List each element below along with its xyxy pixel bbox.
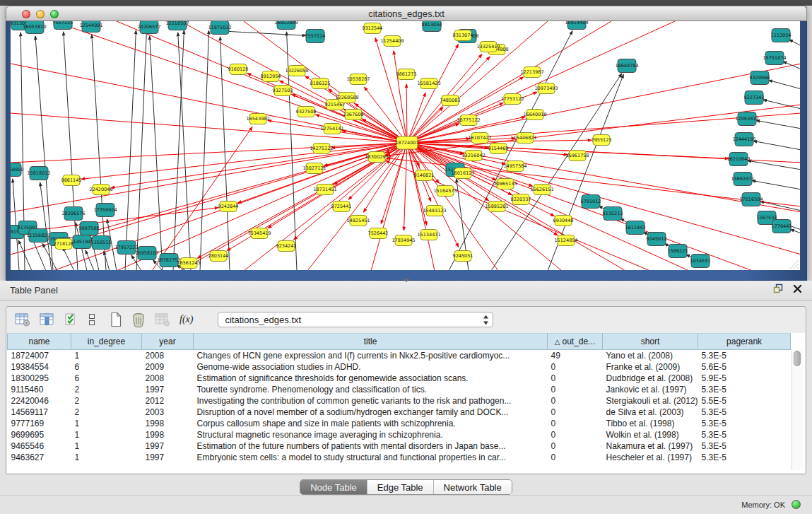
network-canvas[interactable]: 9313054160538107557225125440912020657715… <box>11 21 800 270</box>
table-cell[interactable]: Structural magnetic resonance image aver… <box>194 429 548 440</box>
red-edge[interactable] <box>407 64 800 143</box>
red-edge[interactable] <box>307 143 407 270</box>
table-cell[interactable]: 0 <box>548 440 603 452</box>
red-edge[interactable] <box>394 51 407 143</box>
black-edge[interactable] <box>783 62 800 69</box>
table-cell[interactable]: 14569117 <box>8 407 71 418</box>
table-cell[interactable]: Hescheler et al. (1997) <box>603 452 698 463</box>
table-cell[interactable]: 0 <box>548 361 603 373</box>
table-cell[interactable]: 9115460 <box>8 384 71 395</box>
black-edge[interactable] <box>173 30 184 270</box>
table-cell[interactable]: 1997 <box>142 452 194 463</box>
row-height-button[interactable] <box>88 313 96 327</box>
table-cell[interactable]: 0 <box>548 429 603 440</box>
table-cell[interactable]: 5.6E-5 <box>698 361 791 373</box>
table-cell[interactable]: 2012 <box>142 395 194 407</box>
column-header-name[interactable]: name <box>8 334 71 350</box>
table-cell[interactable]: 5.5E-5 <box>698 395 791 407</box>
delete-button[interactable] <box>131 312 146 327</box>
table-cell[interactable]: Disruption of a novel member of a sodium… <box>194 407 548 418</box>
table-cell[interactable]: 5.3E-5 <box>698 429 791 440</box>
column-header-title[interactable]: title <box>194 334 548 350</box>
scrollbar-thumb[interactable] <box>794 351 801 366</box>
window-titlebar[interactable]: citations_edges.txt <box>6 6 807 21</box>
black-edge[interactable] <box>125 30 136 270</box>
table-cell[interactable]: Dudbridge et al. (2008) <box>603 373 698 384</box>
table-cell[interactable]: 2 <box>71 395 142 407</box>
table-cell[interactable]: 5.9E-5 <box>698 373 791 384</box>
black-edge[interactable] <box>790 229 800 233</box>
table-cell[interactable]: Genome-wide association studies in ADHD. <box>194 361 548 373</box>
column-header-out_de[interactable]: △out_de... <box>548 334 603 350</box>
select-rows-button[interactable] <box>64 313 78 327</box>
table-cell[interactable]: 9699695 <box>8 429 71 440</box>
red-edge[interactable] <box>365 87 407 143</box>
table-cell[interactable]: 0 <box>548 452 603 463</box>
red-edge[interactable] <box>407 143 689 270</box>
table-selector[interactable]: citations_edges.txt <box>218 312 493 327</box>
table-row[interactable]: 977716911998Corpus callosum shape and si… <box>8 418 791 429</box>
table-cell[interactable]: 1 <box>71 418 142 429</box>
table-cell[interactable]: de Silva et al. (2003) <box>603 407 698 418</box>
import-table-button[interactable] <box>155 313 170 327</box>
table-cell[interactable]: 1998 <box>142 429 194 440</box>
table-cell[interactable]: Tourette syndrome. Phenomenology and cla… <box>194 384 548 395</box>
table-cell[interactable]: 2 <box>71 384 142 395</box>
black-edge[interactable] <box>753 141 800 150</box>
tab-network-table[interactable]: Network Table <box>433 480 512 494</box>
table-cell[interactable]: Changes of HCN gene expression and I(f) … <box>194 350 548 362</box>
black-edge[interactable] <box>789 40 800 46</box>
table-cell[interactable]: Investigating the contribution of common… <box>194 395 548 407</box>
table-cell[interactable]: Embryonic stem cells: a model to study s… <box>194 452 548 463</box>
column-visibility-button[interactable] <box>40 313 55 327</box>
table-cell[interactable]: Wolkin et al. (1998) <box>603 429 698 440</box>
column-header-pagerank[interactable]: pagerank <box>698 334 791 350</box>
red-edge[interactable] <box>387 105 800 156</box>
table-cell[interactable]: 2008 <box>142 350 194 362</box>
table-cell[interactable]: 2 <box>71 407 142 418</box>
table-cell[interactable]: 9465546 <box>8 440 71 452</box>
column-header-short[interactable]: short <box>603 334 698 350</box>
table-cell[interactable]: 9463627 <box>8 452 71 463</box>
red-edge[interactable] <box>117 143 407 270</box>
table-cell[interactable]: 1997 <box>142 440 194 452</box>
table-row[interactable]: 2242004622012Investigating the contribut… <box>8 395 791 407</box>
new-file-button[interactable] <box>110 312 122 327</box>
table-settings-button[interactable] <box>15 313 30 327</box>
table-cell[interactable]: 1 <box>71 440 142 452</box>
black-edge[interactable] <box>763 100 800 109</box>
column-header-year[interactable]: year <box>142 334 194 350</box>
table-cell[interactable]: 0 <box>548 407 603 418</box>
table-cell[interactable]: Yano et al. (2008) <box>603 350 698 362</box>
red-edge[interactable] <box>407 21 675 143</box>
table-cell[interactable]: 1 <box>71 429 142 440</box>
table-cell[interactable]: 1998 <box>142 418 194 429</box>
table-cell[interactable]: 18724007 <box>8 350 71 362</box>
table-cell[interactable]: 18300295 <box>8 373 71 384</box>
table-cell[interactable]: 49 <box>548 350 603 362</box>
red-edge[interactable] <box>404 143 407 230</box>
black-edge[interactable] <box>136 30 146 270</box>
table-cell[interactable]: Corpus callosum shape and size in male p… <box>194 418 548 429</box>
table-cell[interactable]: 1997 <box>142 384 194 395</box>
tab-node-table[interactable]: Node Table <box>300 480 367 494</box>
red-edge[interactable] <box>375 37 407 143</box>
table-cell[interactable]: Nakamura et al. (1997) <box>603 440 698 452</box>
table-cell[interactable]: 2008 <box>142 373 194 384</box>
table-cell[interactable]: 0 <box>548 395 603 407</box>
table-row[interactable]: 1830029562008Estimation of significance … <box>8 373 791 384</box>
table-cell[interactable]: 2009 <box>142 361 194 373</box>
table-cell[interactable]: 5.3E-5 <box>698 384 791 395</box>
black-edge[interactable] <box>86 250 94 270</box>
function-builder-button[interactable]: f(x) <box>180 314 193 325</box>
table-cell[interactable]: 2003 <box>142 407 194 418</box>
table-row[interactable]: 946362711997Embryonic stem cells: a mode… <box>8 452 791 463</box>
red-edge[interactable] <box>152 127 252 270</box>
table-cell[interactable]: 0 <box>548 373 603 384</box>
table-cell[interactable]: Jankovic et al. (1997) <box>603 384 698 395</box>
splitter-handle[interactable] <box>403 279 410 283</box>
table-row[interactable]: 946554611997Estimation of the future num… <box>8 440 791 452</box>
black-edge[interactable] <box>18 240 32 270</box>
table-row[interactable]: 969969511998Structural magnetic resonanc… <box>8 429 791 440</box>
table-cell[interactable]: 22420046 <box>8 395 71 407</box>
